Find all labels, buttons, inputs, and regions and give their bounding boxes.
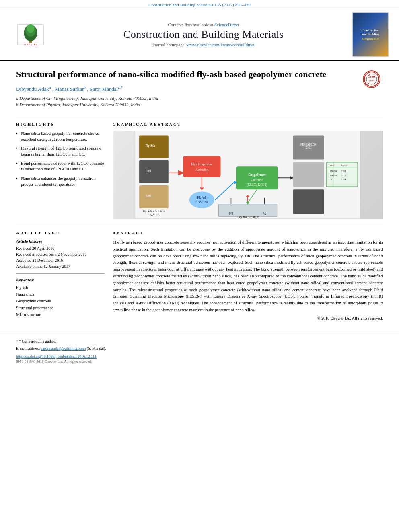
issn-line: 0950-0618/© 2016 Elsevier Ltd. All right… (16, 359, 383, 364)
corresponding-author-note: * * Corresponding author. (16, 339, 383, 345)
svg-text:CA & F.A: CA & F.A (148, 214, 160, 217)
svg-rect-12 (139, 160, 169, 183)
article-info-header: ARTICLE INFO (16, 231, 105, 235)
highlights-col: HIGHLIGHTS Nano silica based geopolymer … (16, 122, 105, 219)
sciencedirect-line: Contents lists available at ScienceDirec… (55, 22, 352, 27)
svg-text:31.2: 31.2 (341, 174, 346, 177)
svg-text:Mix: Mix (329, 164, 334, 167)
affiliation-a: a Department of Civil Engineering, Jadav… (16, 95, 356, 102)
graphical-abstract-image: Fly Ash Coal Sand Fly Ash + Solution CA … (113, 131, 383, 219)
article-info-col: ARTICLE INFO Article history: Received 2… (16, 231, 105, 320)
article-history: Article history: Received 20 April 2016 … (16, 239, 105, 269)
journal-title-area: Contents lists available at ScienceDirec… (55, 22, 352, 47)
svg-text:Activation: Activation (196, 168, 208, 172)
doi-line: http://dx.doi.org/10.1016/j.conbuildmat.… (16, 355, 383, 359)
graphical-abstract-col: GRAPHICAL ABSTRACT Fly Ash Coal Sand (113, 122, 383, 219)
highlights-list: Nano silica based geopolymer concrete sh… (16, 131, 105, 188)
divider-1 (16, 273, 105, 274)
highlight-item-2: Flexural strength of 12GC6 reinforced co… (16, 146, 105, 157)
svg-point-4 (27, 24, 34, 33)
svg-text:Coal: Coal (146, 170, 151, 173)
highlight-item-1: Nano silica based geopolymer concrete sh… (16, 131, 105, 142)
svg-text:12GC6: 12GC6 (329, 174, 337, 177)
graphical-abstract-header: GRAPHICAL ABSTRACT (113, 122, 383, 127)
journal-cover-image: Constructionand Building MATERIALS (352, 12, 389, 57)
history-title: Article history: (16, 239, 105, 244)
article-title-section: Structural performance of nano-silica mo… (16, 69, 383, 112)
svg-rect-38 (293, 189, 324, 214)
svg-text:25.8: 25.8 (341, 170, 346, 173)
keyword-4: Structural performance (16, 304, 105, 311)
keyword-5: Micro structure (16, 311, 105, 318)
svg-point-25 (189, 191, 214, 208)
available-date: Available online 12 January 2017 (16, 263, 105, 269)
svg-text:Mark: Mark (368, 79, 375, 82)
article-title: Structural performance of nano-silica mo… (16, 69, 356, 80)
crossmark-icon: Cross Mark (364, 71, 380, 87)
highlights-graphical-section: HIGHLIGHTS Nano silica based geopolymer … (16, 117, 383, 224)
svg-text:Cross: Cross (368, 75, 375, 78)
elsevier-logo-area: ELSEVIER (6, 23, 55, 47)
homepage-link[interactable]: www.elsevier.com/locate/conbuildmat (187, 42, 255, 47)
footer: * * Corresponding author. E-mail address… (0, 332, 399, 368)
svg-rect-13 (139, 185, 169, 208)
article-info-abstract-section: ARTICLE INFO Article history: Received 2… (16, 231, 383, 320)
svg-text:Flexural strength: Flexural strength (237, 215, 259, 219)
abstract-copyright: © 2016 Elsevier Ltd. All rights reserved… (113, 316, 383, 320)
svg-text:Geopolymer: Geopolymer (248, 173, 266, 177)
highlight-item-4: Nano silica enhances the geopolymerizati… (16, 176, 105, 187)
graphical-abstract-svg: Fly Ash Coal Sand Fly Ash + Solution CA … (113, 131, 383, 219)
svg-rect-37 (293, 162, 324, 187)
svg-text:P/2: P/2 (263, 212, 267, 216)
journal-homepage: journal homepage: www.elsevier.com/locat… (55, 42, 352, 47)
keywords-title: Keywords: (16, 278, 105, 282)
highlights-header: HIGHLIGHTS (16, 122, 105, 127)
svg-text:Sand: Sand (146, 195, 152, 198)
accepted-date: Accepted 21 December 2016 (16, 257, 105, 263)
svg-text:Fly Ash: Fly Ash (146, 144, 155, 148)
keyword-1: Fly ash (16, 284, 105, 291)
affiliation-b: b Department of Physics, Jadavpur Univer… (16, 101, 356, 108)
received-date: Received 20 April 2016 (16, 245, 105, 251)
keyword-3: Geopolymer concrete (16, 298, 105, 304)
article-content: Structural performance of nano-silica mo… (0, 61, 399, 327)
sciencedirect-link[interactable]: ScienceDirect (214, 22, 239, 27)
doi-link[interactable]: http://dx.doi.org/10.1016/j.conbuildmat.… (16, 355, 96, 359)
abstract-col: ABSTRACT The fly ash based geopolymer co… (113, 231, 383, 320)
crossmark-badge: Cross Mark (363, 70, 380, 88)
journal-citation: Construction and Building Materials 135 … (0, 0, 399, 9)
keywords-list: Fly ash Nano silica Geopolymer concrete … (16, 284, 105, 318)
highlight-item-3: Bond performance of rebar with 12GC6 con… (16, 161, 105, 173)
journal-title: Construction and Building Materials (55, 29, 352, 41)
crossmark-area: Cross Mark (363, 70, 383, 88)
keywords-section: Keywords: Fly ash Nano silica Geopolymer… (16, 278, 105, 318)
svg-text:ELSEVIER: ELSEVIER (23, 43, 37, 46)
cover-title: Constructionand Building (362, 29, 380, 37)
svg-text:XRD: XRD (305, 146, 311, 150)
svg-text:(12GC0, 12GC6): (12GC0, 12GC6) (247, 183, 267, 187)
svg-rect-20 (183, 156, 220, 177)
svg-text:P/2: P/2 (229, 212, 233, 216)
article-title-area: Structural performance of nano-silica mo… (16, 69, 356, 108)
svg-text:28.4: 28.4 (341, 178, 346, 181)
svg-text:12GC0: 12GC0 (329, 170, 337, 173)
svg-text:High Temperature: High Temperature (191, 163, 212, 166)
authors-line: Dibyendu Adaka , Manas Sarkarb , Saroj M… (16, 85, 356, 92)
abstract-text: The fly ash based geopolymer concrete ge… (113, 239, 383, 314)
abstract-header: ABSTRACT (113, 231, 383, 235)
email-link[interactable]: sarojmandal@rediffmail.com (41, 347, 86, 351)
svg-text:+ NS + Sol: + NS + Sol (195, 200, 209, 203)
cover-subtitle: MATERIALS (362, 37, 379, 41)
svg-text:CC: CC (329, 178, 333, 181)
svg-text:Value: Value (341, 164, 347, 167)
journal-header: ELSEVIER Contents lists available at Sci… (0, 9, 399, 61)
revised-date: Received in revised form 2 November 2016 (16, 251, 105, 257)
svg-text:Concrete: Concrete (251, 178, 263, 181)
email-footnote: E-mail address: sarojmandal@rediffmail.c… (16, 346, 383, 351)
keyword-2: Nano silica (16, 291, 105, 298)
elsevier-tree-icon: ELSEVIER (14, 23, 47, 47)
affiliations: a Department of Civil Engineering, Jadav… (16, 95, 356, 108)
svg-text:Fly Ash: Fly Ash (197, 196, 206, 199)
journal-cover-area: Constructionand Building MATERIALS (352, 12, 393, 57)
svg-text:Fly Ash + Solution: Fly Ash + Solution (143, 210, 165, 213)
